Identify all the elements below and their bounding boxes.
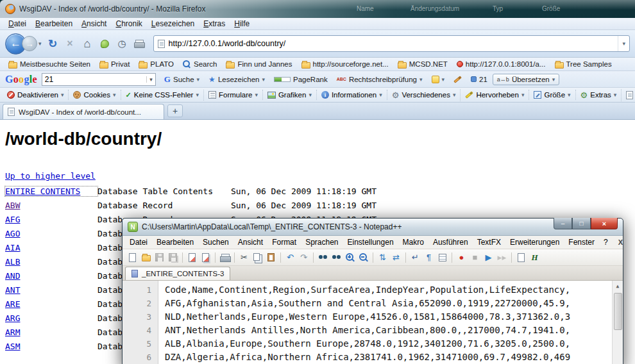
menu-datei[interactable]: Datei: [4, 19, 31, 29]
sync-scroll-h-icon[interactable]: ⇄: [390, 251, 402, 263]
reload-button[interactable]: ↻: [45, 36, 61, 52]
close-icon[interactable]: [186, 251, 198, 263]
bookmark-item-privat[interactable]: Privat: [95, 60, 134, 69]
npp-menu-sprachen[interactable]: Sprachen: [301, 236, 343, 248]
addon-button[interactable]: [97, 36, 113, 52]
scrollbar-thumb[interactable]: [614, 293, 622, 330]
bookmark-item-meistbesuchte-seiten[interactable]: Meistbesuchte Seiten: [4, 60, 95, 69]
webdev-formulare-button[interactable]: Formulare▾: [204, 90, 263, 100]
webdev-extras-button[interactable]: ⚙Extras▾: [576, 89, 622, 101]
webdev-informationen-button[interactable]: iInformationen▾: [317, 90, 387, 100]
npp-menu-ansicht[interactable]: Ansicht: [233, 236, 267, 248]
google-21-button[interactable]: 21: [467, 74, 491, 85]
close-button[interactable]: ×: [591, 218, 618, 229]
zoom-in-icon[interactable]: [344, 251, 356, 263]
menu-chronik[interactable]: Chronik: [111, 19, 146, 29]
dir-entry-link[interactable]: ASM: [5, 342, 97, 351]
dir-entry-link[interactable]: ABW: [5, 201, 97, 210]
bookmark-item-finn-und-jannes[interactable]: Finn und Jannes: [221, 60, 296, 69]
document-tab[interactable]: _ENTIRE_CONTENTS-3: [125, 267, 230, 280]
menu-bearbeiten[interactable]: Bearbeiten: [31, 19, 77, 29]
undo-icon[interactable]: ↶: [284, 251, 296, 263]
npp-menu-makro[interactable]: Makro: [398, 236, 428, 248]
google-search-dropdown[interactable]: ▾: [146, 76, 153, 83]
save-all-icon[interactable]: [167, 251, 179, 263]
scroll-up-icon[interactable]: ▲: [616, 281, 620, 289]
tab-wsgidav[interactable]: WsgiDAV - Index of /world-db/count...: [3, 104, 164, 119]
npp-menu-fenster[interactable]: Fenster: [564, 236, 599, 248]
webdev-grafiken-button[interactable]: Grafiken▾: [263, 90, 317, 100]
editor-area[interactable]: 123456 Code,Name,Continent,Region,Surfac…: [123, 281, 623, 364]
bookmark-item-search[interactable]: Search: [178, 60, 221, 69]
webdev-keine-css-fehler-button[interactable]: ✓Keine CSS-Fehler▾: [121, 90, 204, 101]
editor-vscrollbar[interactable]: ▲: [612, 281, 623, 364]
google-rechtschreibprüfung-button[interactable]: ABCRechtschreibprüfung▾: [333, 74, 427, 85]
history-clock-button[interactable]: ◷: [114, 36, 130, 52]
npp-menu-ausführen[interactable]: Ausführen: [428, 236, 473, 248]
replace-icon[interactable]: [330, 251, 343, 263]
bookmark-item-http-127-0-0-1-8001-a[interactable]: http://127.0.0.1:8001/a...: [452, 60, 550, 69]
show-all-chars-icon[interactable]: ¶: [423, 251, 435, 263]
npp-menu-einstellungen[interactable]: Einstellungen: [343, 236, 398, 248]
run-macro-multiple-icon[interactable]: ▶▶: [496, 251, 508, 263]
dir-entry-link[interactable]: ARE: [5, 299, 97, 309]
dir-entry-link[interactable]: ARM: [5, 327, 97, 337]
notepadpp-titlebar[interactable]: N C:\Users\Martin\AppData\Local\Temp\_EN…: [123, 219, 623, 236]
google-übersetzen-button[interactable]: a↔bÜbersetzen▾: [493, 74, 559, 85]
open-icon[interactable]: [140, 251, 152, 263]
google-suche-button[interactable]: GSuche▾: [160, 73, 203, 86]
sync-scroll-v-icon[interactable]: ⇅: [377, 251, 389, 263]
firefox-titlebar[interactable]: WsgiDAV - Index of /world-db/country/ - …: [0, 0, 635, 18]
close-all-icon[interactable]: [199, 251, 212, 263]
dir-entry-link[interactable]: ARG: [5, 313, 97, 323]
history-dropdown-button[interactable]: ▾: [37, 40, 44, 47]
dir-entry-link[interactable]: AIA: [5, 243, 97, 252]
url-dropdown-button[interactable]: ▾: [618, 36, 625, 51]
bookmark-item-tree-samples[interactable]: Tree Samples: [550, 60, 616, 69]
webdev-cookies-button[interactable]: Cookies▾: [69, 90, 121, 100]
dir-entry-link[interactable]: AND: [5, 271, 97, 281]
print-icon[interactable]: [219, 251, 231, 263]
menu-ansicht[interactable]: Ansicht: [77, 19, 111, 29]
menu-hilfe[interactable]: Hilfe: [230, 19, 254, 29]
paste-icon[interactable]: [265, 251, 277, 263]
minimize-button[interactable]: –: [554, 218, 572, 229]
npp-menu-[interactable]: ?: [599, 236, 613, 248]
google-pencil-button[interactable]: [450, 77, 466, 82]
webdev-hervorheben-button[interactable]: Hervorheben▾: [461, 90, 529, 100]
record-macro-icon[interactable]: ●: [455, 251, 468, 263]
bookmark-item-http-sourceforge-net[interactable]: http://sourceforge.net...: [297, 60, 393, 69]
doc-monitor-icon[interactable]: [515, 251, 527, 263]
bookmark-item-plato[interactable]: PLATO: [134, 60, 178, 69]
npp-menubar-close-button[interactable]: X: [613, 238, 629, 246]
maximize-button[interactable]: □: [572, 218, 591, 229]
copy-icon[interactable]: [251, 251, 264, 263]
save-icon[interactable]: [153, 251, 165, 263]
npp-menu-textfx[interactable]: TextFX: [473, 236, 505, 248]
redo-icon[interactable]: ↷: [298, 251, 310, 263]
zoom-out-icon[interactable]: [357, 251, 369, 263]
google-search-input[interactable]: [45, 75, 146, 84]
new-tab-button[interactable]: +: [167, 104, 183, 117]
stop-button[interactable]: ×: [62, 36, 78, 52]
up-to-higher-level-link[interactable]: Up to higher level: [5, 171, 96, 181]
npp-menu-suchen[interactable]: Suchen: [198, 236, 233, 248]
npp-menu-format[interactable]: Format: [267, 236, 301, 248]
npp-menu-bearbeiten[interactable]: Bearbeiten: [152, 236, 198, 248]
dir-entry-link[interactable]: ALB: [5, 257, 97, 267]
dir-entry-link[interactable]: ENTIRE CONTENTS: [5, 186, 97, 196]
webdev-verschiedenes-button[interactable]: ⚙Verschiedenes▾: [387, 89, 461, 101]
html-preview-icon[interactable]: H: [529, 251, 541, 263]
google-lesezeichen-button[interactable]: ★Lesezeichen▾: [205, 74, 269, 85]
print-button[interactable]: [131, 36, 148, 52]
find-icon[interactable]: [317, 251, 329, 263]
cut-icon[interactable]: ✂: [238, 251, 250, 263]
indent-guides-icon[interactable]: [436, 251, 448, 263]
play-macro-icon[interactable]: ▶: [482, 251, 495, 263]
webdev-größe-button[interactable]: Größe▾: [529, 90, 575, 100]
dir-entry-link[interactable]: ANT: [5, 285, 97, 295]
new-file-icon[interactable]: [126, 251, 139, 263]
word-wrap-icon[interactable]: ↵: [409, 251, 421, 263]
npp-menu-erweiterungen[interactable]: Erweiterungen: [505, 236, 564, 248]
bookmark-item-mcsd-net[interactable]: MCSD.NET: [393, 60, 452, 69]
